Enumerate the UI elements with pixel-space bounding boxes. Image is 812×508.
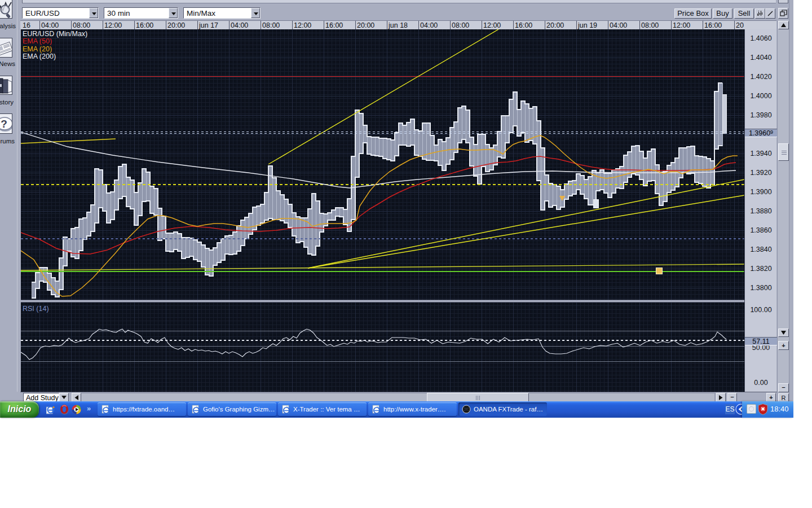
svg-text:RSI (14): RSI (14) bbox=[23, 305, 49, 313]
svg-text:EMA (20): EMA (20) bbox=[23, 45, 52, 53]
svg-text:?: ? bbox=[1, 118, 7, 130]
svg-text:EMA (200): EMA (200) bbox=[23, 52, 56, 60]
svg-text:EMA (50): EMA (50) bbox=[23, 37, 52, 45]
svg-text:EUR/USD (Min/Max): EUR/USD (Min/Max) bbox=[23, 30, 87, 38]
